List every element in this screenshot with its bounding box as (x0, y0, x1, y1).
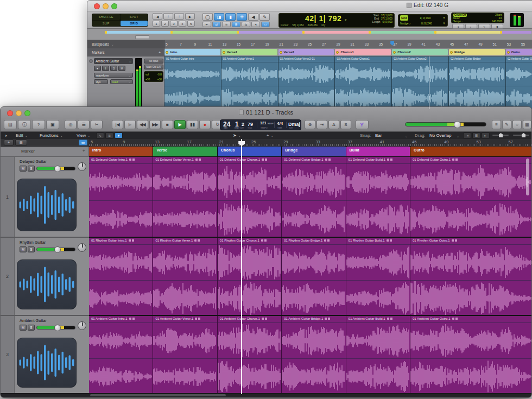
zoom-vertical-icon[interactable]: ↕ (163, 13, 173, 20)
solo-button[interactable]: S (28, 325, 35, 331)
audio-region[interactable]: 01 Delayed Guitar Verse.1 (153, 157, 217, 237)
solo-button[interactable]: S (28, 166, 35, 172)
input-button[interactable]: I (102, 66, 109, 71)
pt-volume-readout[interactable]: vol-0.8 +30+30 (144, 71, 163, 82)
audio-region[interactable]: 01 Delayed Guitar Chorus.1 (218, 157, 282, 237)
volume-knob[interactable] (54, 325, 61, 331)
flex-icon[interactable]: ≋ (105, 132, 113, 138)
section-marker-bridge[interactable]: Bridge (282, 147, 346, 156)
catch-playhead-icon[interactable]: ▼ (115, 132, 123, 138)
forward-button[interactable]: ▶▶ (149, 120, 161, 129)
command-click-tool-menu[interactable]: +⌄ (267, 132, 274, 138)
section-marker-outro[interactable]: Outro (410, 147, 532, 156)
vertical-zoom-slider[interactable] (492, 135, 509, 136)
selector-tool-icon[interactable]: ▮ (225, 13, 236, 21)
audio-region[interactable]: 01 Rhythm Guitar Verse.1 (153, 238, 217, 315)
horizontal-scrollbar[interactable] (90, 394, 226, 396)
pause-button[interactable]: ▮▮ (187, 120, 198, 129)
grabber-tool-icon[interactable]: ✛ (237, 13, 247, 21)
go-to-beginning-button[interactable]: |◀ (112, 120, 123, 129)
pt-markers-lane[interactable]: IntroVerse1Verse2Chorus1Chorus2BridgeOut… (164, 48, 532, 56)
pt-marker-chorus2[interactable]: Chorus2 (392, 49, 448, 55)
menu-view[interactable]: View⌄ (77, 132, 90, 138)
chevron-down-icon[interactable]: ⌄ (457, 134, 459, 138)
track-volume-slider[interactable] (36, 326, 75, 330)
solo-button[interactable]: S (28, 246, 35, 252)
audio-region[interactable]: 01 Rhythm Guitar Outro.1 (410, 238, 532, 315)
pt-audio-clip[interactable]: 02 Ambient Guitar Verse1 (221, 56, 278, 110)
pt-marker-chorus1[interactable]: Chorus1 (335, 49, 391, 55)
mute-button[interactable]: M (20, 166, 27, 172)
pt-bars-ruler[interactable]: 5791113151719212325272931333537394143454… (164, 40, 532, 48)
pt-mini-button[interactable]: ◂ (251, 22, 260, 27)
section-marker-chorus[interactable]: Chorus (218, 147, 282, 156)
mode-spot-button[interactable]: SPOT (121, 14, 148, 20)
horizontal-zoom-slider[interactable] (513, 135, 529, 136)
minimize-icon[interactable] (103, 3, 109, 9)
pt-mini-button[interactable]: ⇄ (212, 22, 221, 27)
pt-mini-button[interactable]: ⇆ (242, 22, 250, 27)
tuner-icon[interactable]: ⊗ (305, 120, 315, 129)
pt-audio-clip[interactable]: 02 Ambient Guitar Outro (506, 56, 532, 110)
inspector-icon[interactable]: ⓘ (18, 120, 31, 129)
mute-button[interactable]: M (118, 66, 125, 71)
output-selector[interactable]: Main Out L/R (144, 65, 163, 69)
audio-region[interactable]: 01 Ambient Guitar Outro.1 (410, 316, 532, 393)
solo-mode-icon[interactable]: S (340, 120, 351, 129)
audio-region[interactable]: 01 Rhythm Guitar Bridge.1 (282, 238, 346, 315)
trim-tool-icon[interactable]: ◨ (214, 13, 224, 21)
audio-region[interactable]: 01 Rhythm Guitar Intro.1 (89, 238, 153, 315)
pt-mini-button[interactable]: ⇤ (202, 22, 211, 27)
audio-region[interactable]: 01 Delayed Guitar Bridge.1 (282, 157, 346, 237)
loop-browser-icon[interactable]: ○ (512, 120, 522, 129)
help-icon[interactable]: ? (32, 120, 45, 129)
list-editors-icon[interactable]: ≡ (492, 120, 501, 129)
zoom-left-icon[interactable]: ◀ (153, 13, 162, 20)
horizontal-zoom-icon[interactable]: ⇤ (482, 132, 490, 138)
chevron-down-icon[interactable]: ⌄ (297, 123, 300, 127)
chevron-down-icon[interactable]: ⌄ (405, 134, 408, 138)
playhead[interactable] (241, 139, 242, 394)
pt-session-block[interactable]: Count Off2 bars Meter4/4 Tempo ♩140.0000 (451, 12, 504, 23)
section-marker-build[interactable]: Build (346, 147, 410, 156)
input-selector[interactable]: no input (144, 59, 163, 64)
track-view-selector[interactable]: waveform⌄ (94, 73, 133, 78)
add-track-button[interactable]: + (4, 140, 14, 145)
zoom-preset-3[interactable]: 3 (170, 21, 178, 27)
count-in-icon[interactable]: ⇥ (316, 120, 327, 129)
pt-overview-thumb[interactable] (135, 35, 149, 39)
pt-marker-verse1[interactable]: Verse1 (221, 49, 277, 55)
record-enable-icon[interactable] (89, 59, 93, 63)
master-volume-slider[interactable] (405, 122, 486, 126)
audio-region[interactable]: 01 Rhythm Guitar Build.1 (346, 238, 410, 315)
track-header-rhythm-guitar[interactable]: 2Rhythm GuitarMS (1, 238, 89, 316)
mute-button[interactable]: M (20, 325, 27, 331)
pan-knob[interactable] (78, 162, 86, 171)
track-header-ambient-guitar[interactable]: 3Ambient GuitarMS (1, 316, 89, 394)
audio-region[interactable]: 01 Ambient Guitar Chorus.1 (218, 316, 282, 393)
audio-region[interactable]: 01 Delayed Guitar Build.1 (346, 157, 410, 237)
zoom-preset-1[interactable]: 1 (153, 21, 160, 27)
solo-button[interactable]: S (110, 66, 117, 71)
pt-audio-clip[interactable]: 02 Ambient Guitar Intro (164, 56, 221, 110)
pt-track-name[interactable]: Ambient Guitar⌄ (94, 58, 133, 64)
pt-audio-clip[interactable]: 02 Ambient Guitar Bridge (449, 56, 506, 110)
editors-icon[interactable]: ✂ (91, 120, 103, 129)
track-header-config-button[interactable]: ▭ (79, 140, 87, 145)
record-button[interactable]: ● (199, 120, 211, 129)
pt-main-counter[interactable]: 42| 1| 792 ▼ Start37| 1| 000 End37| 1| 0… (278, 13, 395, 28)
zoom-preset-4[interactable]: 4 (179, 21, 186, 27)
pan-knob[interactable] (78, 243, 86, 252)
pan-knob[interactable] (78, 321, 86, 330)
note-pads-icon[interactable]: ✎ (502, 120, 511, 129)
left-click-tool-menu[interactable]: ➤⌄ (233, 132, 241, 138)
vertical-zoom-icon[interactable]: ☰ (472, 132, 480, 138)
pt-timeline-overview[interactable] (87, 29, 532, 40)
pt-marker-outro[interactable]: Outro (506, 49, 532, 55)
count-off-icon[interactable]: ♩ (465, 24, 477, 29)
close-icon[interactable] (94, 3, 100, 9)
metronome-icon[interactable]: ● (452, 24, 464, 29)
audio-region[interactable]: 01 Ambient Guitar Bridge.1 (282, 316, 346, 393)
rewind-button[interactable]: ◀◀ (137, 120, 148, 129)
add-marker-icon[interactable]: + (83, 148, 85, 154)
